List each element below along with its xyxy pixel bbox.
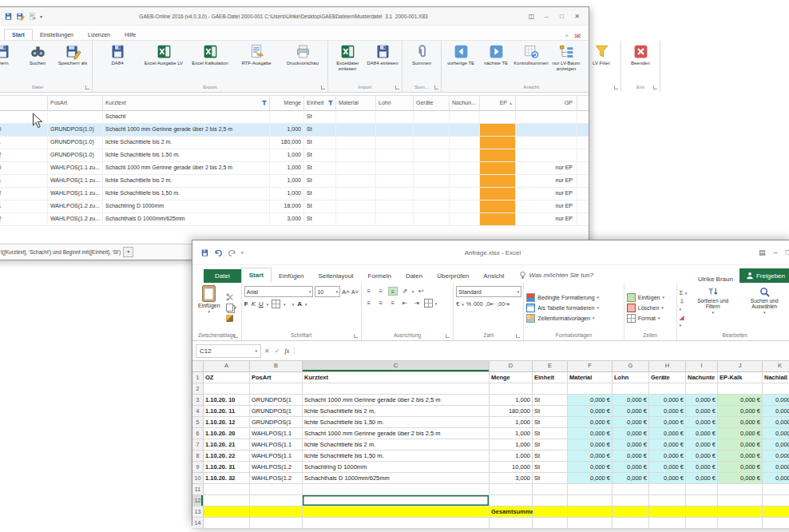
cell[interactable] bbox=[250, 484, 303, 495]
cell[interactable]: Geräte bbox=[649, 372, 686, 383]
cell-geraete[interactable] bbox=[414, 149, 450, 161]
insert-function-icon[interactable]: fx bbox=[284, 347, 289, 355]
cell-ep[interactable] bbox=[480, 188, 516, 200]
cell[interactable]: 0,000 € bbox=[686, 428, 718, 439]
cell-kurztext[interactable]: Schachthals D 1000mm/625mm bbox=[103, 213, 270, 225]
cell[interactable]: 1,000 bbox=[490, 451, 533, 462]
cell-gp[interactable]: nur EP bbox=[516, 200, 577, 212]
cell-gp[interactable]: nur EP bbox=[516, 188, 577, 200]
cell-oz[interactable]: 20. 20 bbox=[0, 162, 48, 174]
minimize-button[interactable]: – bbox=[774, 248, 778, 256]
cell[interactable] bbox=[718, 484, 763, 495]
cell[interactable] bbox=[649, 506, 686, 518]
cell-gp[interactable]: nur EP bbox=[516, 213, 577, 225]
cell[interactable]: 0,000 € bbox=[568, 428, 613, 439]
cell[interactable] bbox=[490, 495, 533, 506]
row-header[interactable]: 13 bbox=[192, 506, 204, 518]
cell-oz[interactable] bbox=[0, 111, 48, 123]
cell[interactable]: 180,000 bbox=[490, 406, 533, 417]
row-header[interactable]: 8 bbox=[192, 451, 204, 462]
cell[interactable]: 0,000 € bbox=[613, 451, 649, 462]
ribbon-button[interactable]: Suchen bbox=[20, 42, 55, 66]
cell[interactable] bbox=[613, 518, 649, 529]
column-header[interactable]: J bbox=[718, 361, 763, 371]
cell[interactable] bbox=[686, 383, 718, 395]
cell[interactable] bbox=[533, 383, 568, 395]
cell-styles-button[interactable]: Zellenformatvorlagen▾ bbox=[526, 313, 621, 324]
cell[interactable] bbox=[649, 518, 686, 529]
column-header[interactable]: F bbox=[568, 361, 613, 371]
row-header[interactable]: 2 bbox=[192, 383, 204, 395]
support-mail-icon[interactable]: ✉ bbox=[574, 32, 581, 40]
cell-posart[interactable]: GRUNDPOS(1.0) bbox=[48, 137, 103, 149]
cell[interactable]: 0,000 € bbox=[568, 462, 613, 473]
cell-lohn[interactable] bbox=[376, 175, 414, 187]
cell[interactable]: lichte Schachttiefe bis 2 m. bbox=[303, 406, 490, 417]
cell[interactable] bbox=[490, 383, 533, 395]
cell[interactable]: GRUNDPOS(1 bbox=[250, 417, 303, 428]
cell[interactable]: Menge bbox=[490, 372, 533, 383]
cell[interactable]: 1.10.20. 12 bbox=[204, 417, 250, 428]
format-painter-icon[interactable] bbox=[226, 315, 233, 322]
cell-ep[interactable] bbox=[480, 162, 516, 174]
cell[interactable] bbox=[613, 506, 649, 518]
cell-geraete[interactable] bbox=[414, 111, 450, 123]
font-name-select[interactable]: Arial▾ bbox=[244, 286, 314, 297]
cell[interactable] bbox=[303, 495, 490, 506]
paste-button[interactable]: Einfügen▾ bbox=[195, 284, 224, 331]
cell-lohn[interactable] bbox=[376, 149, 414, 161]
cell-menge[interactable]: 180,000 bbox=[270, 137, 304, 149]
cell[interactable] bbox=[250, 495, 303, 506]
cell-geraete[interactable] bbox=[414, 213, 450, 225]
cell-gp[interactable] bbox=[516, 124, 577, 136]
cell-kurztext[interactable]: Schacht bbox=[103, 111, 270, 123]
cell-lohn[interactable] bbox=[376, 111, 414, 123]
window-style-icon[interactable]: ◫ bbox=[525, 10, 538, 22]
cell-einheit[interactable]: St bbox=[304, 213, 336, 225]
dialog-launcher-icon[interactable] bbox=[614, 85, 618, 89]
save-icon[interactable] bbox=[4, 12, 13, 21]
dialog-launcher-icon[interactable] bbox=[321, 85, 325, 89]
cell[interactable]: 0,000 € bbox=[686, 395, 718, 406]
table-row[interactable]: 20. 12 GRUNDPOS(1.0) lichte Schachttiefe… bbox=[0, 149, 589, 162]
insert-cells-button[interactable]: Einfügen▾ bbox=[627, 292, 674, 303]
cell-nachunternehmer[interactable] bbox=[450, 188, 480, 200]
ribbon-button[interactable]: nächste TE bbox=[478, 42, 513, 66]
cell-material[interactable] bbox=[336, 175, 376, 187]
cell[interactable]: WAHLPOS(1.2 bbox=[250, 473, 303, 484]
cell-material[interactable] bbox=[336, 162, 376, 174]
cell[interactable]: WAHLPOS(1.1 bbox=[250, 439, 303, 451]
cell-material[interactable] bbox=[336, 149, 376, 161]
cell[interactable]: Schacht 1000 mm Gerinne gerade über 2 bi… bbox=[303, 395, 490, 406]
cell-nachunternehmer[interactable] bbox=[450, 111, 480, 123]
cell[interactable] bbox=[303, 506, 490, 518]
ribbon-button[interactable]: Speichern als bbox=[55, 42, 90, 66]
ribbon-tab[interactable]: Datei bbox=[204, 269, 241, 283]
cell[interactable]: St bbox=[533, 395, 568, 406]
cell-ep[interactable] bbox=[480, 175, 516, 187]
cell-lohn[interactable] bbox=[376, 124, 414, 136]
cell[interactable]: 0,000 € bbox=[763, 439, 789, 451]
cell[interactable]: Kurztext bbox=[303, 372, 490, 383]
ribbon-tab[interactable]: Einstellungen bbox=[33, 30, 81, 40]
cell[interactable]: Material bbox=[568, 372, 613, 383]
cell[interactable]: 0,000 € bbox=[613, 473, 649, 484]
cell[interactable] bbox=[686, 518, 718, 529]
find-select-button[interactable]: Suchen und Auswählen▾ bbox=[738, 286, 789, 331]
cell-ep[interactable] bbox=[480, 124, 516, 136]
ribbon-button[interactable]: DA84 bbox=[94, 42, 141, 66]
cell[interactable]: WAHLPOS(1.2 bbox=[250, 462, 303, 473]
row-header[interactable]: 9 bbox=[192, 462, 204, 473]
cell[interactable] bbox=[250, 506, 303, 518]
cell-posart[interactable]: GRUNDPOS(1.0) bbox=[48, 124, 103, 136]
ribbon-tab[interactable]: Einfügen bbox=[272, 269, 311, 283]
ribbon-button[interactable]: LV Filter bbox=[584, 42, 619, 66]
cell[interactable] bbox=[686, 495, 718, 506]
document-icon[interactable] bbox=[28, 12, 37, 21]
ribbon-tab[interactable]: Daten bbox=[398, 269, 430, 283]
cell[interactable]: 0,000 € bbox=[649, 473, 686, 484]
cell[interactable] bbox=[763, 495, 789, 506]
minimize-button[interactable]: – bbox=[540, 10, 553, 22]
column-header-material[interactable]: Material bbox=[336, 96, 376, 110]
cell[interactable] bbox=[568, 506, 613, 518]
